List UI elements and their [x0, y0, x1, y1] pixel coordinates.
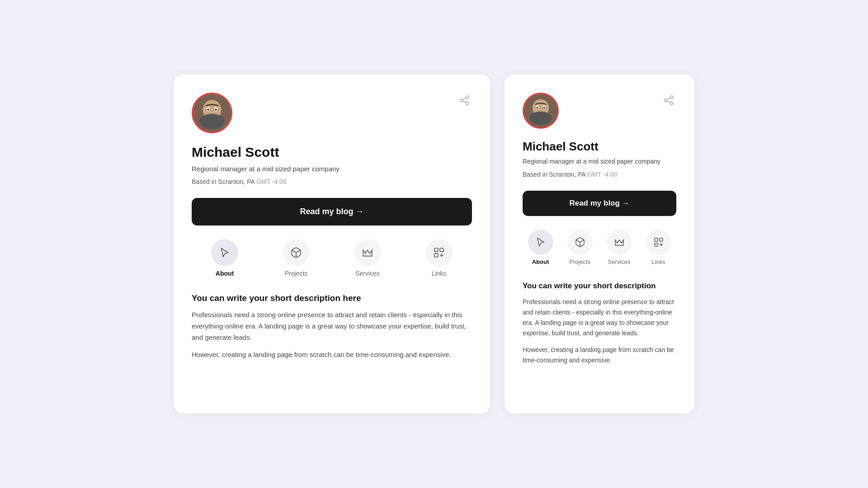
tab-links-left[interactable]: Links [406, 239, 472, 277]
card-header-right [523, 93, 676, 129]
share-icon-left [458, 94, 470, 106]
content-para-2-left: However, creating a landing page from sc… [192, 349, 472, 361]
cursor-icon-left [219, 247, 231, 258]
tab-links-right[interactable]: Links [641, 230, 676, 265]
tab-label-projects-left: Projects [285, 270, 308, 277]
svg-point-26 [539, 109, 542, 111]
tab-about-right[interactable]: About [523, 230, 558, 265]
tab-label-about-left: About [216, 270, 234, 277]
svg-rect-29 [660, 238, 663, 241]
svg-rect-12 [440, 248, 443, 252]
profile-card-right: Michael Scott Regional manager at a mid … [505, 75, 694, 413]
tab-icon-about-left[interactable] [211, 239, 238, 266]
avatar-svg-left [193, 93, 231, 133]
tab-icon-projects-right[interactable] [567, 230, 593, 255]
crown-icon-left [362, 247, 373, 258]
tab-icon-services-left[interactable] [354, 239, 381, 266]
content-para-1-right: Professionals need a strong online prese… [523, 297, 676, 338]
svg-rect-24 [542, 107, 546, 108]
tab-label-projects-right: Projects [569, 258, 590, 265]
svg-rect-6 [206, 109, 210, 110]
crown-icon-right [614, 237, 625, 248]
tab-icon-about-right[interactable] [528, 230, 553, 255]
content-heading-left: You can write your short description her… [192, 293, 472, 303]
svg-rect-7 [214, 109, 218, 110]
share-icon-right [663, 94, 675, 106]
box-icon-left [290, 247, 302, 258]
svg-point-9 [210, 111, 213, 113]
svg-point-8 [199, 114, 225, 129]
avatar-image-left [193, 94, 231, 132]
read-blog-button-left[interactable]: Read my blog → [192, 198, 472, 225]
nav-tabs-right: About Projects Services [523, 230, 676, 265]
content-heading-right: You can write your short description [523, 282, 676, 291]
avatar-left [192, 93, 232, 133]
box-icon-right [575, 237, 585, 248]
read-blog-button-right[interactable]: Read my blog → [523, 191, 676, 216]
tab-icon-services-right[interactable] [607, 230, 632, 255]
svg-rect-30 [655, 243, 658, 246]
svg-rect-28 [655, 238, 658, 241]
svg-rect-11 [434, 248, 438, 252]
avatar-image-right [524, 94, 557, 127]
profile-title-right: Regional manager at a mid sized paper co… [523, 157, 676, 166]
tab-services-right[interactable]: Services [601, 230, 637, 265]
profile-card-left: Michael Scott Regional manager at a mid … [174, 75, 490, 413]
cursor-icon-right [535, 237, 546, 248]
profile-title-left: Regional manager at a mid sized paper co… [192, 164, 472, 174]
profile-location-right: Based in Scranton, PA GMT -4:00 [523, 171, 676, 178]
grid-icon-right [653, 237, 664, 248]
tab-label-services-right: Services [608, 258, 631, 265]
tab-label-links-right: Links [651, 258, 665, 265]
tab-label-links-left: Links [432, 270, 447, 277]
tab-about-left[interactable]: About [192, 239, 258, 277]
avatar-svg-right [524, 93, 557, 129]
tab-label-about-right: About [532, 258, 549, 265]
share-button-right[interactable] [661, 93, 676, 109]
svg-rect-23 [535, 107, 539, 108]
content-para-2-right: However, creating a landing page from sc… [523, 345, 676, 366]
svg-rect-13 [434, 253, 438, 257]
nav-tabs-left: About Projects Services [192, 239, 472, 277]
tab-icon-links-right[interactable] [646, 230, 671, 255]
tab-projects-right[interactable]: Projects [562, 230, 598, 265]
grid-icon-left [433, 247, 445, 258]
profile-name-right: Michael Scott [523, 140, 676, 154]
avatar-right [523, 93, 559, 129]
svg-point-25 [529, 112, 552, 125]
profile-location-left: Based in Scranton, PA GMT -4:00 [192, 178, 472, 185]
content-para-1-left: Professionals need a strong online prese… [192, 310, 472, 343]
tab-projects-left[interactable]: Projects [263, 239, 329, 277]
card-header-left [192, 93, 472, 133]
tab-icon-links-left[interactable] [425, 239, 453, 266]
tab-icon-projects-left[interactable] [283, 239, 310, 266]
profile-name-left: Michael Scott [192, 144, 472, 160]
tab-services-left[interactable]: Services [335, 239, 401, 277]
tab-label-services-left: Services [355, 270, 380, 277]
share-button-left[interactable] [457, 93, 472, 109]
